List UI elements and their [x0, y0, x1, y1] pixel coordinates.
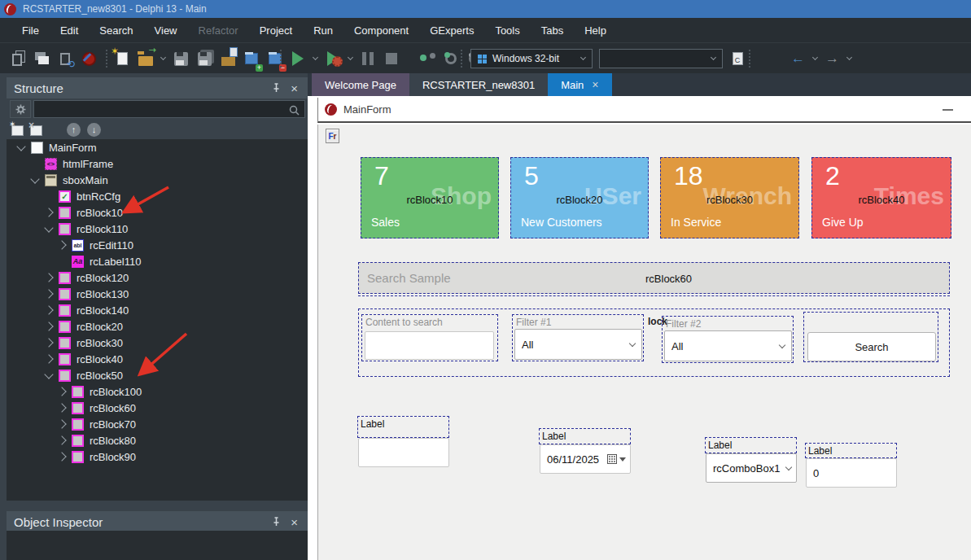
run-no-debug-dropdown-icon[interactable] [348, 55, 353, 60]
minimize-icon[interactable] [943, 109, 953, 111]
chevron-right-icon[interactable] [44, 322, 53, 330]
tree-item-rcedit110[interactable]: ablrcEdit110 [7, 237, 308, 253]
tree-item-sboxmain[interactable]: sboxMain [7, 172, 308, 188]
chevron-right-icon[interactable] [57, 452, 66, 461]
chevron-down-icon[interactable] [44, 370, 53, 378]
open-folder-icon[interactable] [138, 50, 154, 67]
content-search-group[interactable]: Content to search [361, 314, 498, 361]
step-over-icon[interactable] [443, 50, 459, 67]
back-dropdown-icon[interactable] [812, 55, 818, 60]
menu-view[interactable]: View [144, 18, 188, 42]
chevron-down-icon[interactable] [16, 142, 25, 151]
tab-welcome-page[interactable]: Welcome Page [312, 73, 409, 96]
structure-search-input[interactable] [33, 100, 305, 118]
tree-item-rcblock20[interactable]: rcBlock20 [7, 318, 308, 335]
filter2-group[interactable]: Filter #2 All [662, 316, 794, 363]
chevron-right-icon[interactable] [57, 435, 66, 444]
open-project-icon[interactable] [220, 50, 236, 67]
search-sample-block[interactable]: Search Sample rcBlock60 [358, 262, 950, 294]
tree-item-rcblock120[interactable]: rcBlock120 [7, 269, 308, 286]
menu-project[interactable]: Project [249, 18, 303, 42]
chevron-down-icon[interactable] [30, 174, 39, 183]
search-button[interactable]: Search [807, 332, 936, 361]
tree-item-rcblock140[interactable]: rcBlock140 [7, 302, 308, 318]
field-label[interactable]: Label [805, 443, 897, 458]
forward-dropdown-icon[interactable] [846, 55, 852, 60]
options-page-icon[interactable]: C [729, 50, 746, 67]
target-platform-select[interactable]: Windows 32-bit [470, 49, 593, 68]
content-search-input[interactable] [365, 331, 494, 360]
tree-item-rcblock110[interactable]: rcBlock110 [7, 221, 308, 237]
run-icon[interactable] [290, 50, 306, 67]
forward-icon[interactable]: → [825, 50, 839, 67]
tree-item-htmlframe[interactable]: <>htmlFrame [7, 155, 308, 172]
edit-field[interactable] [358, 438, 449, 467]
tree-item-rcblock30[interactable]: rcBlock30 [7, 335, 308, 351]
configuration-select[interactable] [599, 49, 723, 68]
chevron-right-icon[interactable] [44, 289, 53, 298]
edit-field[interactable]: 0 [806, 458, 897, 488]
menu-gexperts[interactable]: GExperts [419, 18, 484, 42]
filter1-group[interactable]: Filter #1 All [512, 314, 644, 361]
chevron-right-icon[interactable] [44, 305, 53, 314]
gexperts-disable-icon[interactable] [81, 50, 97, 67]
tree-item-rcblock90[interactable]: rcBlock90 [7, 448, 308, 465]
pause-icon[interactable] [360, 50, 376, 67]
tab-main[interactable]: Main × [548, 73, 611, 96]
save-all-icon[interactable] [196, 50, 212, 67]
add-unit-icon[interactable] [243, 50, 260, 67]
menu-edit[interactable]: Edit [50, 18, 89, 42]
field-label[interactable]: Label [539, 428, 631, 444]
sync-copy-icon[interactable] [57, 50, 73, 67]
tree-item-rcblock40[interactable]: rcBlock40 [7, 351, 308, 367]
tree-item-rcblock60[interactable]: rcBlock60 [7, 400, 308, 416]
tile-rcblock20[interactable]: 5 USer rcBlock20 New Customers [510, 157, 649, 238]
save-icon[interactable] [173, 50, 189, 67]
close-icon[interactable]: × [291, 82, 298, 94]
pin-icon[interactable] [272, 83, 281, 93]
chevron-right-icon[interactable] [57, 419, 66, 428]
menu-run[interactable]: Run [303, 18, 343, 42]
filter1-select[interactable]: All [514, 329, 642, 360]
chevron-down-icon[interactable] [44, 223, 53, 232]
tree-item-rcblock50[interactable]: rcBlock50 [7, 367, 308, 383]
html-frame-button[interactable]: FFrr [326, 129, 339, 143]
search-button-group[interactable]: Search [803, 312, 938, 362]
delete-item-icon[interactable] [30, 125, 42, 136]
tab-project[interactable]: RCSTARTER_new8301 [409, 73, 548, 96]
chevron-right-icon[interactable] [44, 338, 53, 347]
run-no-debug-icon[interactable] [325, 50, 341, 67]
chevron-right-icon[interactable] [57, 387, 66, 396]
close-icon[interactable]: × [291, 516, 298, 528]
menu-file[interactable]: File [11, 18, 50, 42]
tile-rcblock40[interactable]: 2 Times rcBlock40 Give Up [811, 157, 951, 238]
menu-search[interactable]: Search [89, 18, 143, 42]
chevron-right-icon[interactable] [57, 403, 66, 412]
pin-icon[interactable] [272, 517, 281, 527]
chevron-right-icon[interactable] [44, 208, 53, 217]
menu-tabs[interactable]: Tabs [531, 18, 574, 42]
combo-box[interactable]: rcComboBox1 [706, 453, 797, 483]
close-tab-icon[interactable]: × [592, 79, 598, 90]
paste-icon[interactable] [10, 50, 26, 67]
tree-item-btnrccfg[interactable]: ✓btnRcCfg [7, 188, 308, 204]
tree-item-rcblock130[interactable]: rcBlock130 [7, 286, 308, 302]
move-up-icon[interactable]: ↑ [67, 123, 81, 137]
open-dropdown-icon[interactable] [160, 55, 166, 60]
gear-icon[interactable] [10, 100, 31, 118]
tree-item-rcblock80[interactable]: rcBlock80 [7, 432, 308, 448]
back-icon[interactable]: ← [791, 50, 805, 67]
tile-rcblock30[interactable]: 18 Wrench rcBlock30 In Service [660, 157, 799, 238]
run-dropdown-icon[interactable] [313, 55, 318, 60]
new-item-icon[interactable] [11, 125, 24, 136]
chevron-right-icon[interactable] [57, 240, 66, 249]
tile-rcblock10[interactable]: 7 Shop rcBlock10 Sales [361, 157, 499, 238]
tree-item-mainform[interactable]: MainForm [7, 139, 308, 155]
menu-component[interactable]: Component [343, 18, 419, 42]
copy-window-icon[interactable] [33, 50, 50, 67]
tree-item-rcblock70[interactable]: rcBlock70 [7, 416, 308, 432]
tree-item-rcblock100[interactable]: rcBlock100 [7, 383, 308, 400]
chevron-right-icon[interactable] [44, 354, 53, 363]
field-label[interactable]: Label [705, 437, 797, 453]
menu-help[interactable]: Help [574, 18, 617, 42]
